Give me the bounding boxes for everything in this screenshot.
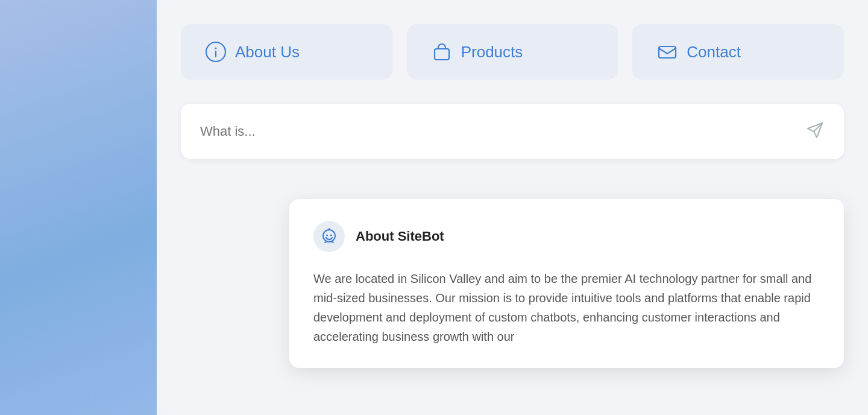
svg-point-1 (215, 48, 217, 49)
products-button[interactable]: Products (407, 24, 618, 80)
send-icon (805, 121, 825, 142)
dropdown-title: About SiteBot (356, 229, 444, 244)
info-icon (205, 41, 227, 63)
svg-point-6 (326, 235, 328, 236)
search-input[interactable] (200, 124, 796, 139)
bag-icon (431, 41, 453, 63)
contact-label: Contact (687, 43, 741, 62)
products-label: Products (461, 43, 523, 62)
contact-button[interactable]: Contact (632, 24, 844, 80)
about-us-label: About Us (235, 43, 300, 62)
nav-buttons: About Us Products Contact (181, 24, 844, 80)
search-bar (181, 104, 844, 159)
mail-icon (656, 41, 678, 63)
dropdown-body: We are located in Silicon Valley and aim… (313, 269, 820, 346)
left-background (0, 0, 157, 415)
about-us-button[interactable]: About Us (181, 24, 392, 80)
chat-bot-icon (321, 228, 338, 245)
svg-rect-4 (659, 46, 676, 58)
svg-rect-3 (435, 49, 449, 60)
svg-point-7 (330, 235, 332, 236)
dropdown-header: About SiteBot (313, 221, 820, 252)
bot-icon-circle (313, 221, 345, 252)
dropdown-panel: About SiteBot We are located in Silicon … (289, 199, 844, 368)
